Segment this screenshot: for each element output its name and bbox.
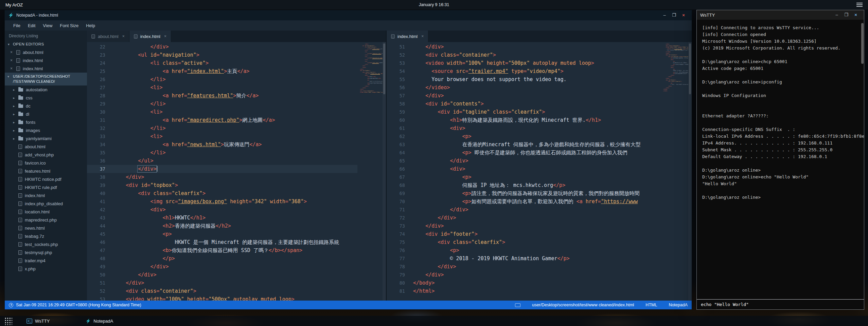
code-line-73[interactable]: 73 </div> bbox=[387, 222, 663, 230]
file-about.html[interactable]: about.html bbox=[5, 142, 87, 151]
code-line-23[interactable]: 23 <ul id="navigation"> bbox=[87, 51, 357, 59]
file-index.html[interactable]: index.html bbox=[5, 191, 87, 199]
code-line-25[interactable]: 25 <a href="index.html">主頁</a> bbox=[87, 67, 357, 75]
code-line-79[interactable]: 79 </div> bbox=[387, 271, 663, 279]
file-test_sockets.php[interactable]: test_sockets.php bbox=[5, 240, 87, 248]
code-line-27[interactable]: 27 <li> bbox=[87, 83, 357, 92]
code-line-53[interactable]: 53 <video width="100%" height="500px" au… bbox=[387, 59, 663, 67]
code-line-59[interactable]: 59 <div id="tagline" class="clearfix"> bbox=[387, 108, 663, 116]
code-line-67[interactable]: 67 <p> bbox=[387, 173, 663, 181]
code-line-36[interactable]: 36 </ul> bbox=[87, 157, 357, 165]
code-line-68[interactable]: 68 伺服器 IP 地址為： mcs.hkwtc.org</p> bbox=[387, 181, 663, 189]
close-icon[interactable]: × bbox=[851, 10, 861, 20]
code-line-35[interactable]: 35 </li> bbox=[87, 149, 357, 157]
file-teabag.7z[interactable]: teabag.7z bbox=[5, 232, 87, 240]
code-line-28[interactable]: 28 <a href="features.html">簡介</a> bbox=[87, 92, 357, 100]
code-line-80[interactable]: 80 </body> bbox=[387, 279, 663, 287]
close-editor-icon[interactable]: × bbox=[10, 58, 14, 62]
notepad-titlebar[interactable]: NotepadA - index.html – ❐ × bbox=[5, 10, 692, 20]
code-line-72[interactable]: 72 </div> bbox=[387, 214, 663, 222]
file-index.php_disabled[interactable]: index.php_disabled bbox=[5, 199, 87, 208]
terminal-scrollbar[interactable] bbox=[861, 23, 864, 64]
code-editor-left[interactable]: 22 </div> 23 <ul id="navigation"> 24 <li… bbox=[87, 42, 357, 301]
status-filepath[interactable]: user/Desktop/screenshot/test/www cleaned… bbox=[532, 303, 634, 307]
code-line-31[interactable]: 31 <a href="mapredirect.php">網上地圖</a> bbox=[87, 116, 357, 124]
file-trailer.mp4[interactable]: trailer.mp4 bbox=[5, 256, 87, 265]
folder-yamlyamlami[interactable]: ▸ yamlyamlami bbox=[5, 134, 87, 142]
open-editor-about.html[interactable]: × about.html bbox=[5, 48, 87, 56]
code-line-48[interactable]: 48 </p> bbox=[87, 254, 357, 263]
scrollbar-right[interactable] bbox=[688, 42, 692, 301]
menu-view[interactable]: View bbox=[39, 23, 56, 28]
code-line-62[interactable]: 62 <p> bbox=[387, 132, 663, 140]
terminal-output[interactable]: [info] Connecting to arozos WsTTY servic… bbox=[697, 20, 864, 299]
code-line-51[interactable]: 51 </div> bbox=[387, 43, 663, 51]
code-line-24[interactable]: 24 <li class="active"> bbox=[87, 59, 357, 67]
code-line-32[interactable]: 32 </li> bbox=[87, 124, 357, 132]
code-line-69[interactable]: 69 <p>請注意，我們的伺服器為確保玩家及遊玩時的質素，我們對的服務開放時間 bbox=[387, 189, 663, 197]
code-line-75[interactable]: 75 <div class="clearfix"> bbox=[387, 238, 663, 246]
workspace-folder-header[interactable]: ▾ USER:/DESKTOP/SCREENSHOT /TEST/WWW CLE… bbox=[5, 73, 87, 85]
maximize-icon[interactable]: ❐ bbox=[842, 10, 851, 20]
code-line-43[interactable]: 43 <h1>HKWTC</h1> bbox=[87, 214, 357, 222]
file-features.html[interactable]: features.html bbox=[5, 167, 87, 175]
tab-close-icon[interactable]: × bbox=[122, 34, 125, 39]
folder-images[interactable]: ▸ images bbox=[5, 126, 87, 134]
code-line-39[interactable]: 39 <div id="topbox"> bbox=[87, 181, 357, 189]
code-line-54[interactable]: 54 <source src="trailer.mp4" type="video… bbox=[387, 67, 663, 75]
code-line-71[interactable]: 71 </div> bbox=[387, 206, 663, 214]
code-line-50[interactable]: 50 </div> bbox=[87, 271, 357, 279]
code-line-74[interactable]: 74 <div id="footer"> bbox=[387, 230, 663, 238]
close-editor-icon[interactable]: × bbox=[10, 66, 14, 71]
tab-close-icon[interactable]: × bbox=[421, 34, 424, 39]
file-HKWTC rule.pdf[interactable]: HKWTC rule.pdf bbox=[5, 183, 87, 191]
close-icon[interactable]: × bbox=[679, 10, 688, 20]
code-editor-right[interactable]: 51 </div> 52 <div class="container"> 53 … bbox=[387, 42, 663, 301]
open-editors-header[interactable]: ▾ OPEN EDITORS bbox=[5, 40, 87, 48]
code-line-52[interactable]: 52 <div class="container"> bbox=[387, 51, 663, 59]
code-line-65[interactable]: 65 </div> bbox=[387, 157, 663, 165]
code-line-34[interactable]: 34 <a href="news.html">玩家傳送門</a> bbox=[87, 140, 357, 149]
code-line-38[interactable]: 38 </div> bbox=[87, 173, 357, 181]
folder-autostation[interactable]: ▸ autostation bbox=[5, 85, 87, 94]
code-line-60[interactable]: 60 <h1>特別為建築及鐵路而設，現代化的 Minecraft 世界.</h1… bbox=[387, 116, 663, 124]
file-add_vhost.php[interactable]: add_vhost.php bbox=[5, 151, 87, 159]
code-line-40[interactable]: 40 <div class="clearfix"> bbox=[87, 189, 357, 197]
minimap-right[interactable]: </div> <div class="container"> <video wi… bbox=[663, 42, 688, 301]
tab-index.html[interactable]: index.html × bbox=[129, 31, 171, 42]
maximize-icon[interactable]: ❐ bbox=[669, 10, 679, 20]
code-line-41[interactable]: 41 <img src="images/box.png" height="342… bbox=[87, 197, 357, 206]
folder-dl[interactable]: ▸ dl bbox=[5, 110, 87, 118]
code-line-56[interactable]: 56 </video> bbox=[387, 83, 663, 92]
code-line-51[interactable]: 51 </div> bbox=[87, 279, 357, 287]
file-testmysql.php[interactable]: testmysql.php bbox=[5, 248, 87, 256]
code-line-30[interactable]: 30 <li> bbox=[87, 108, 357, 116]
code-line-55[interactable]: 55 Your browser does not support the vid… bbox=[387, 75, 663, 83]
file-x.php[interactable]: x.php bbox=[5, 265, 87, 273]
file-mapredirect.php[interactable]: mapredirect.php bbox=[5, 216, 87, 224]
code-line-37[interactable]: 37 </div> bbox=[87, 165, 357, 173]
code-line-70[interactable]: 70 <p>如有問題或需要申請白名單，歡迎加入我們的 <a href="http… bbox=[387, 197, 663, 206]
code-line-66[interactable]: 66 <div> bbox=[387, 165, 663, 173]
wstty-titlebar[interactable]: WsTTY – ❐ × bbox=[697, 10, 864, 20]
code-line-42[interactable]: 42 <div> bbox=[87, 206, 357, 214]
code-line-78[interactable]: 78 </div> bbox=[387, 263, 663, 271]
menu-file[interactable]: File bbox=[10, 23, 24, 28]
taskbar-item-wstty[interactable]: >_ WsTTY bbox=[26, 319, 50, 324]
folder-fonts[interactable]: ▸ fonts bbox=[5, 118, 87, 126]
code-line-26[interactable]: 26 </li> bbox=[87, 75, 357, 83]
menu-edit[interactable]: Edit bbox=[24, 23, 39, 28]
code-line-58[interactable]: 58 <div id="contents"> bbox=[387, 100, 663, 108]
close-editor-icon[interactable]: × bbox=[10, 50, 14, 54]
tab-about.html[interactable]: about.html × bbox=[87, 31, 129, 42]
minimize-icon[interactable]: – bbox=[832, 10, 842, 20]
code-line-44[interactable]: 44 <h2>香港的建築伺服器</h2> bbox=[87, 222, 357, 230]
code-line-53[interactable]: 53 <video width="100%" height="500px" au… bbox=[87, 295, 357, 301]
menu-font-size[interactable]: Font Size bbox=[56, 23, 82, 28]
taskbar-item-notepada[interactable]: NotepadA bbox=[86, 319, 113, 324]
terminal-input[interactable]: echo "Hello World" bbox=[697, 299, 864, 309]
code-line-22[interactable]: 22 </div> bbox=[87, 43, 357, 51]
hamburger-menu-icon[interactable] bbox=[856, 3, 863, 7]
file-news.html[interactable]: news.html bbox=[5, 224, 87, 232]
menu-help[interactable]: Help bbox=[82, 23, 99, 28]
